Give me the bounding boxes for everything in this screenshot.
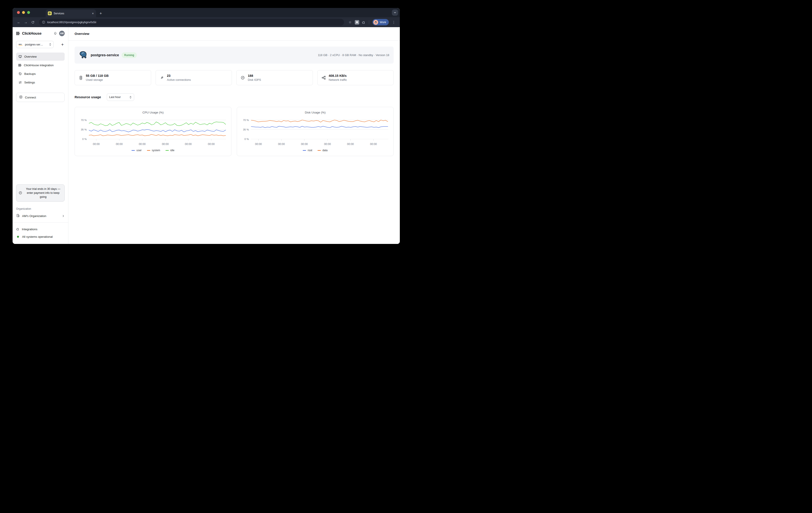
- stat-card-used-storage: 55 GB / 118 GB Used storage: [75, 70, 151, 85]
- profile-avatar: [373, 20, 378, 25]
- svg-text:0 %: 0 %: [82, 138, 87, 141]
- service-selector-value: postgres-ser…: [25, 43, 47, 46]
- sidebar-item-label: Settings: [24, 81, 35, 84]
- svg-text:00:00: 00:00: [301, 143, 308, 146]
- desktop-background: Services × + ← → localhost:8910/postgres…: [0, 0, 406, 256]
- organization-row[interactable]: AM's Organization: [16, 214, 65, 218]
- svg-text:70 %: 70 %: [243, 118, 249, 122]
- sidebar-item-settings[interactable]: Settings: [16, 78, 65, 87]
- forward-button[interactable]: →: [23, 20, 29, 24]
- disk-usage-chart[interactable]: 0 %35 %70 %00:0000:0000:0000:0000:0000:0…: [240, 116, 390, 148]
- back-button[interactable]: ←: [16, 20, 22, 24]
- stat-cards: 55 GB / 118 GB Used storage 23 Active co…: [75, 70, 394, 85]
- add-service-button[interactable]: +: [61, 42, 65, 47]
- sidebar-item-backups[interactable]: Backups: [16, 70, 65, 78]
- svg-text:aws: aws: [19, 43, 22, 45]
- sidebar-item-clickhouse-integration[interactable]: ClickHouse integration: [16, 61, 65, 69]
- browser-profile-chip[interactable]: Work: [373, 19, 389, 25]
- svg-text:00:00: 00:00: [162, 143, 169, 146]
- legend-item-idle[interactable]: idle: [166, 149, 175, 152]
- service-selector[interactable]: aws postgres-ser…: [16, 41, 54, 48]
- chart-legend: usersystemidle: [78, 149, 228, 152]
- legend-item-data[interactable]: data: [318, 149, 327, 152]
- svg-text:70 %: 70 %: [81, 118, 87, 122]
- legend-item-system[interactable]: system: [147, 149, 160, 152]
- tab-search-button[interactable]: [392, 9, 398, 16]
- password-manager-extension-button[interactable]: [354, 20, 360, 25]
- service-name: postgres-service: [91, 53, 119, 57]
- postgresql-logo: [79, 51, 87, 60]
- aws-icon: aws: [18, 43, 23, 46]
- connect-label: Connect: [25, 96, 36, 99]
- svg-text:00:00: 00:00: [116, 143, 123, 146]
- integrations-link[interactable]: Integrations: [16, 225, 65, 233]
- svg-text:00:00: 00:00: [278, 143, 285, 146]
- app-content: ClickHouse AM aws postgres-ser… +: [12, 27, 400, 244]
- user-avatar[interactable]: AM: [59, 31, 65, 36]
- stat-value: 188: [248, 74, 261, 78]
- trial-notice: Your trial ends in 30 days — enter payme…: [16, 184, 65, 202]
- time-range-value: Last hour: [109, 95, 121, 99]
- window-controls: [17, 11, 30, 14]
- chart-title: Disk Usage (%): [240, 111, 390, 114]
- trial-notice-text: Your trial ends in 30 days — enter payme…: [24, 187, 62, 199]
- sidebar-item-label: ClickHouse integration: [24, 63, 54, 67]
- integrations-label: Integrations: [22, 228, 37, 231]
- cpu-usage-chart-card: CPU Usage (%) 0 %35 %70 %00:0000:0000:00…: [75, 107, 231, 156]
- bookmark-star-icon[interactable]: ☆: [347, 20, 353, 24]
- svg-text:00:00: 00:00: [324, 143, 331, 146]
- zoom-window-button[interactable]: [27, 11, 30, 14]
- notifications-bell-icon[interactable]: [53, 32, 57, 35]
- stat-value: 408.15 KB/s: [329, 74, 347, 78]
- stat-label: Disk IOPS: [248, 78, 261, 82]
- settings-sliders-icon: [18, 81, 22, 84]
- connect-button[interactable]: Connect: [16, 93, 65, 102]
- page-title: Overview: [75, 32, 89, 35]
- cpu-usage-chart[interactable]: 0 %35 %70 %00:0000:0000:0000:0000:0000:0…: [78, 116, 228, 148]
- browser-menu-kebab-icon[interactable]: ⋮: [391, 20, 397, 24]
- svg-text:00:00: 00:00: [93, 143, 100, 146]
- sidebar-nav: Overview ClickHouse integration Backups: [16, 53, 65, 87]
- legend-item-root[interactable]: root: [303, 149, 312, 152]
- resource-usage-title: Resource usage: [75, 95, 101, 99]
- disk-usage-chart-card: Disk Usage (%) 0 %35 %70 %00:0000:0000:0…: [237, 107, 394, 156]
- gauge-icon: [240, 76, 245, 80]
- svg-text:00:00: 00:00: [370, 143, 377, 146]
- tab-close-icon[interactable]: ×: [92, 12, 94, 15]
- sidebar-spacer: [16, 102, 65, 184]
- puzzle-icon: [16, 227, 20, 231]
- browser-tab-services[interactable]: Services ×: [46, 9, 96, 17]
- status-label: All systems operational: [22, 235, 53, 238]
- legend-swatch: [132, 150, 135, 151]
- stat-card-text: 23 Active connections: [167, 74, 191, 82]
- new-tab-button[interactable]: +: [99, 11, 102, 16]
- clickhouse-favicon-icon: [48, 11, 52, 15]
- sidebar-item-label: Backups: [24, 72, 36, 76]
- overview-monitor-icon: [18, 55, 22, 58]
- minimize-window-button[interactable]: [22, 11, 25, 14]
- time-range-select[interactable]: Last hour: [107, 93, 134, 101]
- clickhouse-logo-icon: [16, 32, 20, 35]
- reload-button[interactable]: [30, 21, 36, 24]
- legend-swatch: [166, 150, 169, 151]
- address-bar[interactable]: localhost:8910/postgres/pgkybgnv0s5ii: [39, 19, 344, 26]
- stat-card-disk-iops: 188 Disk IOPS: [236, 70, 313, 85]
- stat-label: Network traffic: [329, 78, 347, 82]
- stat-label: Active connections: [167, 78, 191, 82]
- resource-usage-row: Resource usage Last hour: [75, 93, 394, 101]
- extensions-puzzle-icon[interactable]: [361, 20, 367, 24]
- chevron-down-icon: [394, 11, 397, 14]
- main-panel: Overview postgres-service Running 118 GB…: [68, 27, 400, 244]
- legend-item-user[interactable]: user: [132, 149, 141, 152]
- plug-icon: [160, 76, 164, 80]
- database-icon: [79, 76, 83, 80]
- svg-text:35 %: 35 %: [81, 128, 87, 131]
- brand-name: ClickHouse: [22, 31, 51, 35]
- chart-legend: rootdata: [240, 149, 390, 152]
- sidebar-item-overview[interactable]: Overview: [16, 53, 65, 61]
- page-body: postgres-service Running 118 GB · 2 vCPU…: [68, 40, 400, 162]
- close-window-button[interactable]: [17, 11, 20, 14]
- site-info-icon: [42, 21, 45, 24]
- system-status-row[interactable]: All systems operational: [16, 233, 65, 240]
- status-badge: Running: [122, 52, 137, 58]
